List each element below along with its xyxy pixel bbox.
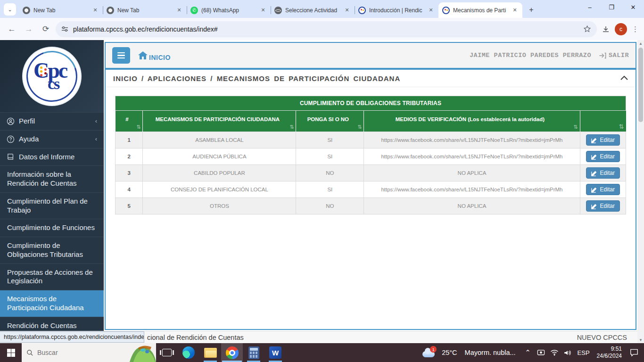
- clock[interactable]: 9:51 24/6/2024: [594, 346, 625, 360]
- sidebar-item-obligaciones-tributarias[interactable]: Cumplimiento de Obligaciones Tributarias: [0, 237, 104, 263]
- taskbar-search[interactable]: [22, 343, 156, 362]
- wifi-icon[interactable]: [548, 349, 561, 356]
- sidebar-item-datos-del-informe[interactable]: Datos del Informe: [0, 148, 104, 166]
- page-scrollbar[interactable]: ▲ ▼: [637, 40, 644, 343]
- column-header-mecanismos[interactable]: MECANISMOS DE PARTICIPACIÓN CIUDADANA⇅: [143, 111, 296, 132]
- cpccs-favicon: [358, 7, 366, 14]
- column-header-medios[interactable]: MEDIOS DE VERIFICACIÓN (Los establecerá …: [364, 111, 580, 132]
- taskbar: W 1 25°C Mayorm. nubla... ⌃ ESP: [0, 343, 644, 362]
- cast-icon[interactable]: [535, 349, 547, 356]
- collapse-panel-button[interactable]: [620, 74, 628, 82]
- start-button[interactable]: [0, 343, 22, 362]
- reload-button[interactable]: ⟳: [39, 22, 53, 36]
- edit-button[interactable]: Editar: [586, 151, 620, 162]
- screen: ⌄ New Tab ✕ New Tab ✕ ✆ (68) WhatsApp ✕ …: [0, 0, 644, 362]
- chrome-button[interactable]: [221, 343, 243, 362]
- word-button[interactable]: W: [264, 343, 286, 362]
- sidebar-item-cumplimiento-funciones[interactable]: Cumplimiento de Funciones: [0, 219, 104, 237]
- chevron-left-icon: ‹: [95, 135, 97, 143]
- address-bar[interactable]: [56, 21, 597, 37]
- column-header-ponga[interactable]: PONGA SI O NO⇅: [296, 111, 364, 132]
- row-number: 2: [116, 148, 143, 165]
- pencil-icon: [591, 154, 597, 160]
- pencil-icon: [591, 137, 597, 143]
- tab-search-button[interactable]: ⌄: [4, 3, 16, 16]
- logout-button[interactable]: SALIR: [599, 52, 629, 59]
- tab-close-icon[interactable]: ✕: [427, 7, 435, 14]
- sidebar-item-informacion-rendicion[interactable]: Información sobre la Rendición de Cuenta…: [0, 166, 104, 192]
- download-icon[interactable]: [602, 25, 610, 33]
- hamburger-menu-button[interactable]: [112, 47, 130, 64]
- sidebar-item-plan-de-trabajo[interactable]: Cumplimiento del Plan de Trabajo: [0, 193, 104, 219]
- table-row: 5 OTROS NO NO APLICA Editar: [116, 198, 626, 214]
- tab-new-tab-2[interactable]: New Tab ✕: [103, 2, 187, 18]
- sidebar-item-mecanismos-participacion[interactable]: Mecanismos de Participación Ciudadana: [0, 290, 104, 317]
- task-view-button[interactable]: [156, 343, 178, 362]
- search-input[interactable]: [37, 349, 108, 356]
- notification-badge: 1: [430, 346, 437, 353]
- weather-widget[interactable]: 1 25°C Mayorm. nubla...: [420, 347, 520, 358]
- bookmark-star-icon[interactable]: [583, 25, 591, 33]
- maximize-button[interactable]: ❐: [601, 0, 622, 14]
- calculator-button[interactable]: [243, 343, 264, 362]
- mecanismo-cell: CABILDO POPULAR: [143, 165, 296, 181]
- window-controls: – ❐ ✕: [579, 0, 644, 14]
- sidebar-item-acciones-legislacion[interactable]: Propuestas de Acciones de Legislación: [0, 264, 104, 290]
- table-row: 2 AUDIENCIA PÚBLICA SI https://www.faceb…: [116, 148, 626, 165]
- chrome-menu-icon[interactable]: ⋮: [632, 25, 639, 33]
- edit-button[interactable]: Editar: [586, 167, 620, 179]
- column-header-actions[interactable]: ⇅: [580, 111, 626, 132]
- tab-close-icon[interactable]: ✕: [343, 7, 351, 14]
- forward-button[interactable]: →: [22, 22, 36, 36]
- tab-close-icon[interactable]: ✕: [511, 7, 519, 14]
- tab-title: Mecanismos de Parti: [453, 7, 508, 14]
- url-input[interactable]: [73, 25, 578, 33]
- edit-button[interactable]: Editar: [586, 184, 620, 195]
- logout-icon: [599, 52, 606, 59]
- tab-close-icon[interactable]: ✕: [175, 7, 183, 14]
- volume-icon[interactable]: [561, 349, 574, 356]
- file-explorer-button[interactable]: [199, 343, 221, 362]
- close-button[interactable]: ✕: [622, 0, 644, 14]
- logo-dots: [40, 66, 49, 79]
- back-button[interactable]: ←: [5, 22, 19, 36]
- scroll-down-arrow[interactable]: ▼: [637, 337, 644, 343]
- tab-introduccion[interactable]: Introducción | Rendic ✕: [355, 2, 438, 18]
- home-link[interactable]: INICIO: [137, 50, 171, 61]
- language-indicator[interactable]: ESP: [575, 349, 593, 356]
- profile-avatar[interactable]: c: [615, 23, 627, 35]
- new-tab-button[interactable]: +: [525, 4, 537, 16]
- scroll-up-arrow[interactable]: ▲: [637, 40, 644, 47]
- tab-new-tab-1[interactable]: New Tab ✕: [19, 2, 103, 18]
- edit-button[interactable]: Editar: [586, 200, 620, 212]
- scrollbar-thumb[interactable]: [638, 48, 643, 122]
- table-row: 4 CONSEJO DE PLANIFICACIÓN LOCAL SI http…: [116, 181, 626, 198]
- sidebar-item-label: Datos del Informe: [19, 153, 97, 162]
- logo-area: Cpc cs: [0, 40, 104, 112]
- tab-close-icon[interactable]: ✕: [259, 7, 267, 14]
- clock-time: 9:51: [597, 346, 622, 353]
- sidebar-item-ayuda[interactable]: Ayuda ‹: [0, 131, 104, 148]
- site-settings-icon[interactable]: [61, 25, 68, 33]
- tab-close-icon[interactable]: ✕: [91, 7, 99, 14]
- table-title: CUMPLIMIENTO DE OBLIGACIONES TRIBUTARIAS: [116, 96, 626, 111]
- chevron-left-icon: ‹: [95, 117, 97, 125]
- edge-button[interactable]: [178, 343, 199, 362]
- sidebar-item-label: Perfil: [19, 117, 91, 126]
- tab-mecanismos-active[interactable]: Mecanismos de Parti ✕: [438, 2, 522, 18]
- tray-chevron-icon[interactable]: ⌃: [522, 348, 534, 357]
- action-center-icon[interactable]: [626, 349, 642, 356]
- sort-icon: ⇅: [289, 124, 294, 130]
- footer-right-text: NUEVO CPCCS: [577, 334, 627, 341]
- cpccs-logo: Cpc cs: [23, 48, 81, 105]
- task-view-icon: [162, 349, 172, 356]
- mecanismo-cell: OTROS: [143, 198, 296, 214]
- logo-text-2: cs: [48, 75, 59, 93]
- tab-seleccione-actividad[interactable]: Seleccione Actividad ✕: [271, 2, 355, 18]
- edit-button[interactable]: Editar: [586, 134, 620, 146]
- column-header-num[interactable]: #⇅: [116, 111, 143, 132]
- sidebar-item-rendicion-de-cuentas[interactable]: Rendición de Cuentas: [0, 317, 104, 331]
- minimize-button[interactable]: –: [579, 0, 601, 14]
- tab-whatsapp[interactable]: ✆ (68) WhatsApp ✕: [187, 2, 271, 18]
- sidebar-item-perfil[interactable]: Perfil ‹: [0, 113, 104, 130]
